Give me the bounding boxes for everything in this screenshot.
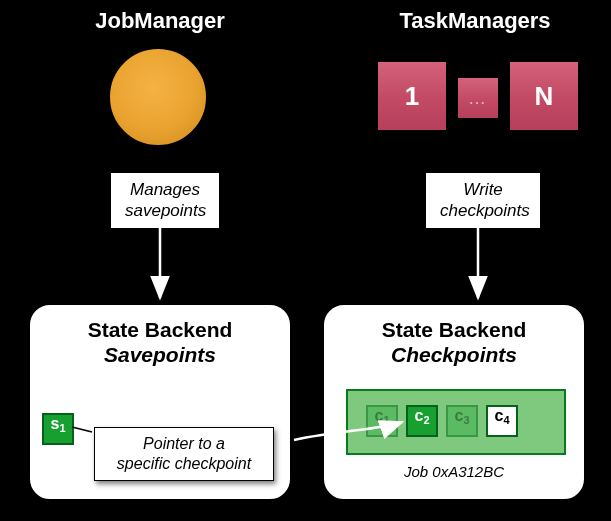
checkpoint-chip-c3: c3 [446, 405, 478, 437]
taskmanager-ellipsis: … [456, 76, 500, 120]
taskmanager-last-label: N [535, 81, 554, 112]
jobmanager-node-icon [108, 47, 208, 147]
savepoint-tooltip: Pointer to a specific checkpoint [94, 427, 274, 481]
checkpoints-job-id: Job 0xA312BC [324, 463, 584, 480]
checkpoint-chip-c3-sub: 3 [463, 414, 469, 426]
savepoints-title-line2: Savepoints [30, 342, 290, 367]
checkpoint-chip-c2: c2 [406, 405, 438, 437]
savepoints-panel: State Backend Savepoints s1 Pointer to a… [28, 303, 292, 501]
checkpoints-title-line2: Checkpoints [324, 342, 584, 367]
savepoint-chip-main: s [50, 415, 59, 433]
jobmanager-caption-text: Manages savepoints [125, 180, 206, 220]
taskmanagers-caption: Write checkpoints [425, 172, 541, 229]
taskmanager-first-label: 1 [405, 81, 419, 112]
checkpoint-chip-c2-main: c [414, 407, 423, 425]
taskmanagers-title: TaskManagers [370, 8, 580, 34]
checkpoint-chip-c4-main: c [494, 407, 503, 425]
taskmanager-ellipsis-label: … [468, 88, 488, 109]
checkpoints-panel: State Backend Checkpoints c1 c2 c3 c4 Jo… [322, 303, 586, 501]
taskmanager-first: 1 [376, 60, 448, 132]
jobmanager-caption: Manages savepoints [110, 172, 220, 229]
savepoints-panel-title: State Backend Savepoints [30, 305, 290, 367]
checkpoint-chip-c1-main: c [374, 407, 383, 425]
savepoint-chip-s1: s1 [42, 413, 74, 445]
checkpoint-chip-c4-sub: 4 [503, 414, 509, 426]
savepoints-title-line1: State Backend [30, 317, 290, 342]
checkpoints-panel-title: State Backend Checkpoints [324, 305, 584, 367]
checkpoint-chip-c3-main: c [454, 407, 463, 425]
checkpoint-chip-c4: c4 [486, 405, 518, 437]
checkpoints-title-line1: State Backend [324, 317, 584, 342]
savepoint-chip-sub: 1 [59, 422, 65, 434]
checkpoint-chip-c1: c1 [366, 405, 398, 437]
taskmanager-last: N [508, 60, 580, 132]
taskmanagers-caption-text: Write checkpoints [440, 180, 530, 220]
checkpoint-chip-c2-sub: 2 [423, 414, 429, 426]
jobmanager-title: JobManager [70, 8, 250, 34]
savepoint-tooltip-text: Pointer to a specific checkpoint [117, 435, 251, 472]
checkpoint-chip-c1-sub: 1 [383, 414, 389, 426]
